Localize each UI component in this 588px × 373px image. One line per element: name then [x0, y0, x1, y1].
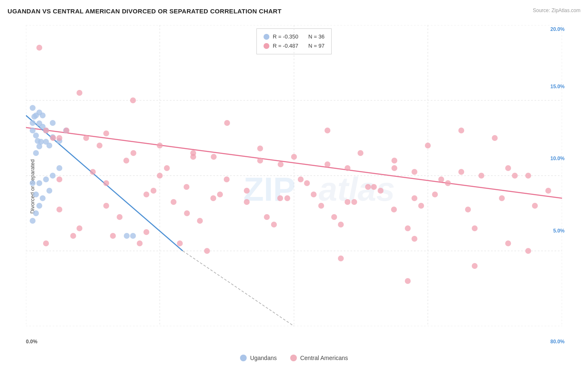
svg-point-57: [157, 143, 163, 148]
svg-point-113: [505, 240, 511, 246]
svg-point-107: [338, 222, 344, 227]
svg-point-81: [184, 184, 189, 190]
svg-point-61: [458, 128, 464, 133]
svg-point-131: [405, 278, 411, 284]
svg-point-110: [77, 225, 82, 231]
svg-point-54: [43, 128, 49, 133]
svg-point-94: [244, 199, 250, 205]
svg-point-90: [345, 199, 350, 205]
svg-point-96: [391, 207, 397, 212]
svg-point-106: [271, 222, 277, 227]
svg-line-14: [183, 251, 294, 326]
svg-point-71: [478, 173, 484, 179]
svg-point-79: [56, 176, 62, 182]
svg-point-83: [311, 192, 317, 197]
svg-point-91: [412, 195, 417, 201]
svg-point-76: [304, 180, 310, 186]
svg-point-128: [137, 240, 143, 246]
svg-point-93: [171, 199, 176, 205]
svg-point-92: [545, 188, 551, 194]
x-tick-80: 80.0%: [550, 339, 565, 345]
svg-point-117: [50, 135, 56, 141]
svg-point-123: [298, 176, 304, 182]
svg-point-133: [525, 248, 531, 254]
chart-svg: ZIP atlas: [26, 25, 562, 326]
svg-point-74: [157, 173, 163, 179]
svg-point-68: [278, 161, 284, 167]
legend-item-ugandans: Ugandans: [240, 355, 277, 361]
svg-point-114: [43, 240, 49, 246]
svg-point-37: [40, 195, 46, 201]
svg-point-26: [33, 150, 39, 156]
svg-point-132: [472, 263, 478, 269]
svg-point-129: [204, 248, 210, 254]
svg-point-125: [432, 192, 438, 197]
svg-point-35: [56, 165, 62, 171]
svg-point-36: [33, 192, 39, 197]
svg-point-55: [56, 135, 62, 141]
svg-point-75: [224, 176, 230, 182]
svg-point-67: [211, 154, 217, 160]
source-label: Source: ZipAtlas.com: [533, 8, 580, 13]
svg-point-80: [103, 180, 109, 186]
svg-point-140: [151, 188, 156, 194]
svg-point-122: [164, 165, 170, 171]
svg-point-29: [46, 143, 52, 148]
svg-point-88: [210, 195, 216, 201]
svg-point-111: [143, 229, 149, 235]
svg-point-52: [224, 120, 230, 126]
svg-point-51: [130, 97, 136, 103]
svg-point-64: [291, 154, 297, 160]
svg-point-121: [130, 150, 136, 156]
svg-point-86: [512, 173, 518, 179]
svg-point-77: [371, 184, 377, 190]
svg-point-53: [325, 128, 330, 133]
svg-point-69: [345, 165, 350, 171]
svg-point-59: [358, 150, 363, 156]
svg-point-112: [412, 236, 417, 242]
svg-point-97: [465, 207, 471, 212]
svg-point-24: [30, 128, 36, 133]
svg-point-136: [325, 161, 330, 167]
svg-point-85: [445, 180, 451, 186]
svg-point-70: [412, 169, 417, 175]
svg-point-126: [499, 195, 505, 201]
svg-point-49: [36, 45, 42, 51]
svg-point-139: [525, 173, 531, 179]
svg-point-44: [30, 180, 36, 186]
svg-point-89: [277, 195, 283, 201]
svg-point-109: [472, 225, 478, 231]
svg-point-45: [50, 120, 56, 126]
svg-point-41: [30, 218, 36, 224]
svg-point-104: [117, 214, 123, 220]
svg-point-78: [438, 176, 444, 182]
svg-point-65: [391, 158, 397, 164]
svg-point-27: [38, 139, 44, 145]
legend-item-central-americans: Central Americans: [290, 355, 348, 361]
svg-point-82: [244, 188, 250, 194]
svg-point-32: [43, 176, 49, 182]
svg-point-130: [338, 255, 344, 261]
svg-point-39: [36, 203, 42, 209]
svg-point-115: [110, 233, 116, 239]
chart-title: UGANDAN VS CENTRAL AMERICAN DIVORCED OR …: [8, 8, 281, 15]
svg-point-138: [458, 169, 464, 175]
chart-container: UGANDAN VS CENTRAL AMERICAN DIVORCED OR …: [0, 0, 588, 373]
svg-point-99: [56, 207, 62, 212]
svg-point-127: [70, 233, 76, 239]
svg-point-62: [492, 135, 498, 141]
svg-point-47: [30, 105, 36, 111]
legend-label-central-americans: Central Americans: [300, 355, 348, 361]
svg-point-38: [46, 188, 52, 194]
svg-point-56: [103, 130, 109, 136]
svg-point-108: [405, 225, 411, 231]
svg-point-103: [331, 214, 337, 220]
svg-point-73: [90, 169, 96, 175]
svg-point-58: [257, 146, 263, 151]
bottom-legend: Ugandans Central Americans: [240, 355, 348, 361]
svg-point-84: [378, 188, 383, 194]
svg-point-87: [143, 192, 149, 197]
svg-point-143: [351, 199, 357, 205]
svg-point-66: [123, 158, 129, 164]
svg-point-116: [177, 240, 183, 246]
